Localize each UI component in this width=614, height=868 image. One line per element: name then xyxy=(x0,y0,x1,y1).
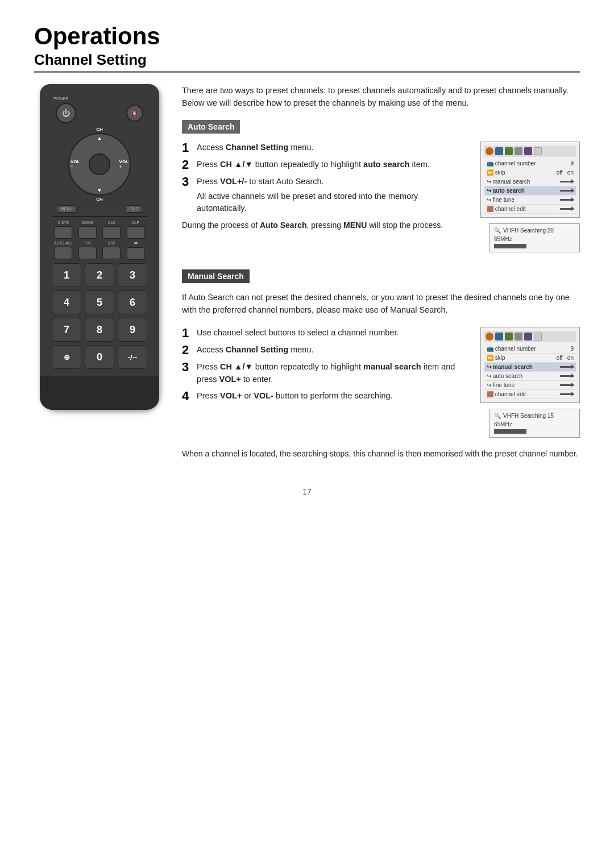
arrow-auto-2 xyxy=(560,375,574,377)
manual-search-steps: 1 Use channel select buttons to select a… xyxy=(182,327,580,443)
menu-exit-row: MENU EXIT xyxy=(51,205,148,213)
searching-box-1: 🔍 VHFH Searching 20 65MHz xyxy=(489,223,580,252)
auto-search-screens: 📺 channel number 9 ⏩ skip off on ↪ manua… xyxy=(478,142,580,258)
searching-1-icon: 🔍 xyxy=(494,227,501,234)
manual-step-3-num: 3 xyxy=(182,361,192,373)
autoadj-label: AUTO.ADJ xyxy=(54,241,72,245)
auto-step-2: 2 Press CH ▲/▼ button repeatedly to high… xyxy=(182,159,466,171)
key-8-button[interactable]: 8 xyxy=(85,318,114,342)
arrow-auto-1 xyxy=(560,190,574,192)
manual-step-4: 4 Press VOL+ or VOL- button to perform t… xyxy=(182,390,466,402)
manual-step-1: 1 Use channel select buttons to select a… xyxy=(182,327,466,339)
key-3-button[interactable]: 3 xyxy=(118,263,147,287)
manual-step-3-text: Press CH ▲/▼ button repeatedly to highli… xyxy=(197,361,466,386)
zoom-label: ZOOM xyxy=(82,221,93,225)
auto-step-1-text: Access Channel Setting menu. xyxy=(197,142,313,154)
screen-1-icon-3 xyxy=(505,147,513,155)
manual-step-2-num: 2 xyxy=(182,344,192,356)
dsp-button[interactable] xyxy=(102,247,121,259)
key-7-button[interactable]: 7 xyxy=(52,318,81,342)
auto-step-2-num: 2 xyxy=(182,159,192,171)
manual-step-3: 3 Press CH ▲/▼ button repeatedly to high… xyxy=(182,361,466,386)
key-4-button[interactable]: 4 xyxy=(52,290,81,314)
keypad: 1 2 3 4 5 6 7 8 9 ⊕ 0 -/-- xyxy=(51,263,148,369)
small-buttons-row1: C.SYS ZOOM CLK SLP xyxy=(51,221,148,239)
key-input-button[interactable]: ⊕ xyxy=(52,345,81,369)
dpad: ▲ ▼ VOL− VOL+ xyxy=(68,133,131,196)
dpad-up-button[interactable]: ▲ xyxy=(97,135,102,141)
arrow-edit-2 xyxy=(560,393,574,395)
screen-2-row-fine: ↪ fine tune xyxy=(484,381,576,390)
clk-button[interactable] xyxy=(102,226,121,239)
right-panel: There are two ways to preset channels: t… xyxy=(182,84,580,470)
separator-1 xyxy=(51,216,148,217)
content-layout: POWER ⏻ 🔇 CH ▲ ▼ xyxy=(34,84,580,470)
dpad-area: CH ▲ ▼ VOL− VOL+ CH xyxy=(51,127,148,202)
searching-2-title: 🔍 VHFH Searching 15 xyxy=(494,413,575,419)
remote-control: POWER ⏻ 🔇 CH ▲ ▼ xyxy=(40,84,159,410)
clk-group: CLK xyxy=(102,221,121,239)
csys-button[interactable] xyxy=(54,226,72,239)
screen-2-icon-6 xyxy=(534,333,542,340)
ch-down-label: CH xyxy=(96,197,103,202)
key-dash-button[interactable]: -/-- xyxy=(118,345,147,369)
manual-search-steps-left: 1 Use channel select buttons to select a… xyxy=(182,327,466,443)
key-1-button[interactable]: 1 xyxy=(52,263,81,287)
manual-step-4-text: Press VOL+ or VOL- button to perform the… xyxy=(197,390,393,402)
manual-step-1-num: 1 xyxy=(182,327,192,339)
screen-1-row-manual: ↪ manual search xyxy=(484,177,576,186)
autoadj-group: AUTO.ADJ xyxy=(54,241,72,260)
key-2-button[interactable]: 2 xyxy=(85,263,114,287)
auto-search-note: During the process of Auto Search, press… xyxy=(182,219,466,231)
key-9-button[interactable]: 9 xyxy=(118,318,147,342)
screen-1-icon-2 xyxy=(495,147,503,155)
manual-search-conclusion: When a channel is located, the searching… xyxy=(182,448,580,460)
key-5-button[interactable]: 5 xyxy=(85,290,114,314)
manual-step-2: 2 Access Channel Setting menu. xyxy=(182,344,466,356)
auto-search-steps: 1 Access Channel Setting menu. 2 Press C… xyxy=(182,142,580,258)
arrow-edit-1 xyxy=(560,208,574,210)
screen-2-row-manual: ↪ manual search xyxy=(484,363,576,372)
screen-mockup-1: 📺 channel number 9 ⏩ skip off on ↪ manua… xyxy=(480,142,580,218)
screen-1-icon-4 xyxy=(515,147,522,155)
manual-step-4-num: 4 xyxy=(182,390,192,402)
key-6-button[interactable]: 6 xyxy=(118,290,147,314)
dpad-down-button[interactable]: ▼ xyxy=(97,188,102,193)
searching-box-2: 🔍 VHFH Searching 15 65MHz xyxy=(489,409,580,438)
screen-2-icon-3 xyxy=(505,333,513,340)
auto-step-1-num: 1 xyxy=(182,142,192,154)
screen-mockup-2: 📺 channel number 9 ⏩ skip off on ↪ manua… xyxy=(480,327,580,403)
searching-1-freq: 65MHz xyxy=(494,236,575,242)
arrow-fine-1 xyxy=(560,199,574,201)
dpad-right-button[interactable]: VOL+ xyxy=(119,159,128,169)
screen-1-icon-1 xyxy=(486,147,493,155)
screen-1-icon-5 xyxy=(524,147,532,155)
zoom-button[interactable] xyxy=(78,226,97,239)
slp-label: SLP xyxy=(132,221,139,225)
manual-search-section: Manual Search If Auto Search can not pre… xyxy=(182,269,580,460)
slp-button[interactable] xyxy=(127,226,145,239)
auto-step-3-text: Press VOL+/- to start Auto Search. xyxy=(197,177,324,186)
auto-step-3-num: 3 xyxy=(182,176,192,188)
menu-button[interactable]: MENU xyxy=(57,205,77,213)
manual-search-header: Manual Search xyxy=(182,269,250,283)
manual-search-screens: 📺 channel number 9 ⏩ skip off on ↪ manua… xyxy=(478,327,580,443)
screen-1-row-auto: ↪ auto search xyxy=(484,186,576,196)
dpad-left-button[interactable]: VOL− xyxy=(70,159,80,169)
exit-button[interactable]: EXIT xyxy=(125,205,142,213)
ch-up-label: CH xyxy=(96,127,103,132)
arrow-fine-2 xyxy=(560,384,574,386)
power-button[interactable]: ⏻ xyxy=(56,103,76,123)
autoadj-button[interactable] xyxy=(54,247,72,259)
small-buttons-row2: AUTO.ADJ P.M DSP ⇄ xyxy=(51,241,148,260)
searching-1-title: 🔍 VHFH Searching 20 xyxy=(494,227,575,234)
connect-button[interactable] xyxy=(127,247,145,260)
manual-step-1-text: Use channel select buttons to select a c… xyxy=(197,327,399,339)
page-title: Operations xyxy=(34,23,580,50)
screen-2-row-channel: 📺 channel number 9 xyxy=(484,344,576,354)
mute-button[interactable]: 🔇 xyxy=(126,105,143,122)
dsp-group: DSP xyxy=(102,241,121,260)
key-0-button[interactable]: 0 xyxy=(85,345,114,369)
pm-button[interactable] xyxy=(78,247,97,259)
csys-group: C.SYS xyxy=(54,221,72,239)
